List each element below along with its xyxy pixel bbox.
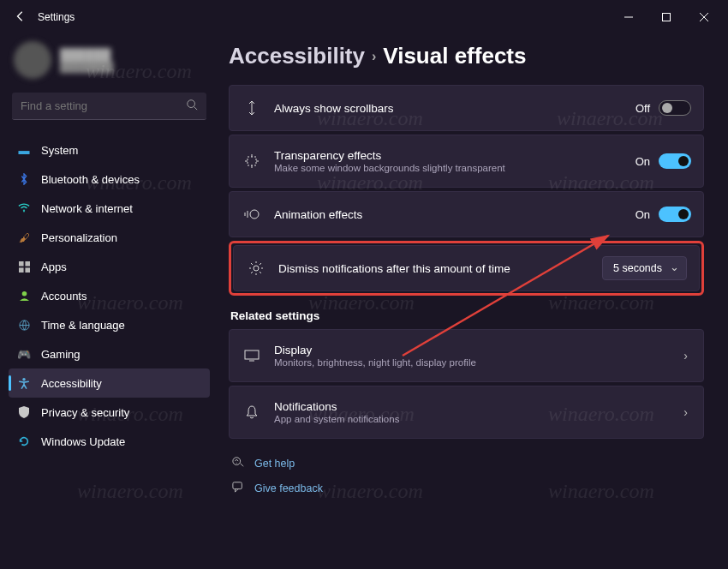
wifi-icon	[17, 201, 31, 215]
scrollbar-icon	[242, 100, 262, 116]
gamepad-icon: 🎮	[17, 347, 31, 361]
minimize-icon	[624, 13, 633, 21]
sidebar-item-accessibility[interactable]: Accessibility	[9, 368, 210, 398]
sidebar-item-label: Bluetooth & devices	[41, 173, 140, 186]
sidebar-item-label: Apps	[41, 261, 67, 273]
maximize-button[interactable]	[647, 4, 685, 30]
setting-label: Animation effects	[274, 208, 636, 221]
shield-icon	[17, 405, 31, 419]
user-block[interactable]: ██████ ████████	[9, 41, 210, 93]
dismiss-time-dropdown[interactable]: 5 seconds	[602, 256, 687, 280]
svg-point-7	[21, 290, 27, 296]
sidebar-item-privacy[interactable]: Privacy & security	[9, 398, 210, 427]
accessibility-icon	[17, 376, 31, 390]
get-help-link[interactable]: Get help	[229, 451, 704, 476]
globe-icon	[17, 318, 31, 332]
give-feedback-link[interactable]: Give feedback	[229, 476, 704, 500]
minimize-button[interactable]	[610, 4, 647, 30]
toggle-state-label: Off	[636, 102, 650, 115]
svg-point-2	[23, 211, 25, 213]
help-link-label: Get help	[254, 458, 295, 470]
setting-scrollbars: Always show scrollbars Off	[229, 85, 704, 131]
arrow-left-icon	[15, 10, 27, 22]
display-icon	[242, 350, 262, 362]
help-icon	[230, 456, 246, 470]
titlebar: Settings	[0, 0, 728, 34]
related-display[interactable]: Display Monitors, brightness, night ligh…	[229, 329, 704, 382]
toggle-state-label: On	[636, 208, 650, 221]
brightness-icon	[246, 261, 266, 276]
dropdown-value: 5 seconds	[613, 262, 662, 274]
sidebar-item-system[interactable]: ▬ System	[9, 135, 210, 165]
setting-sublabel: Make some window backgrounds slightly tr…	[274, 163, 636, 173]
svg-rect-15	[233, 482, 242, 489]
setting-transparency: Transparency effects Make some window ba…	[229, 135, 704, 188]
transparency-toggle[interactable]	[659, 153, 691, 169]
setting-dismiss-notifications: Dismiss notifications after this amount …	[233, 245, 700, 291]
back-button[interactable]	[5, 10, 36, 25]
svg-point-12	[254, 266, 259, 271]
close-button[interactable]	[685, 4, 723, 30]
sidebar-item-network[interactable]: Network & internet	[9, 194, 210, 223]
sidebar-item-update[interactable]: Windows Update	[9, 427, 210, 456]
sidebar-item-label: Network & internet	[41, 202, 133, 215]
bluetooth-icon	[17, 172, 31, 186]
sidebar: ██████ ████████ ▬ System Bluetooth & dev…	[0, 34, 218, 569]
svg-rect-4	[25, 261, 30, 267]
sidebar-item-label: Gaming	[41, 348, 81, 361]
animation-icon	[242, 208, 262, 220]
sidebar-item-personalization[interactable]: 🖌 Personalization	[9, 223, 210, 252]
sidebar-item-bluetooth[interactable]: Bluetooth & devices	[9, 165, 210, 194]
chevron-right-icon: ›	[680, 405, 691, 419]
close-icon	[700, 13, 708, 21]
svg-rect-6	[25, 267, 30, 273]
system-icon: ▬	[17, 143, 31, 157]
svg-point-14	[233, 458, 241, 465]
sidebar-item-apps[interactable]: Apps	[9, 252, 210, 281]
maximize-icon	[662, 13, 671, 21]
related-sublabel: Monitors, brightness, night light, displ…	[274, 357, 680, 368]
paint-icon: 🖌	[17, 231, 31, 244]
search-box[interactable]	[12, 93, 206, 120]
sidebar-item-accounts[interactable]: Accounts	[9, 281, 210, 310]
svg-point-1	[188, 100, 195, 108]
sidebar-item-label: Privacy & security	[41, 406, 129, 419]
related-label: Notifications	[274, 400, 680, 413]
breadcrumb-parent[interactable]: Accessibility	[229, 43, 365, 69]
chevron-right-icon: ›	[372, 49, 376, 64]
sidebar-item-gaming[interactable]: 🎮 Gaming	[9, 339, 210, 368]
main-content: Accessibility › Visual effects Always sh…	[218, 34, 728, 569]
sidebar-item-label: Accessibility	[41, 377, 102, 390]
window-title: Settings	[36, 11, 75, 23]
annotation-highlight: Dismiss notifications after this amount …	[229, 241, 704, 296]
svg-rect-3	[19, 261, 24, 267]
scrollbars-toggle[interactable]	[659, 100, 691, 116]
breadcrumb: Accessibility › Visual effects	[229, 38, 704, 85]
related-notifications[interactable]: Notifications App and system notificatio…	[229, 386, 704, 439]
apps-icon	[17, 260, 31, 273]
related-label: Display	[274, 344, 680, 356]
help-link-label: Give feedback	[254, 482, 323, 494]
related-heading: Related settings	[230, 309, 704, 322]
svg-point-9	[22, 378, 26, 381]
window-controls	[610, 4, 723, 30]
search-input[interactable]	[21, 99, 186, 112]
animation-toggle[interactable]	[659, 207, 691, 222]
sidebar-item-label: Accounts	[41, 290, 87, 302]
transparency-icon	[242, 154, 262, 168]
feedback-icon	[230, 481, 246, 495]
setting-label: Transparency effects	[274, 149, 636, 162]
sidebar-item-label: Personalization	[41, 231, 117, 244]
update-icon	[17, 434, 31, 448]
svg-rect-10	[248, 157, 256, 165]
avatar	[14, 41, 51, 79]
svg-rect-5	[19, 267, 24, 273]
svg-point-11	[250, 210, 259, 219]
page-title: Visual effects	[383, 43, 526, 69]
person-icon	[17, 289, 31, 302]
setting-label: Always show scrollbars	[274, 102, 636, 115]
search-icon	[186, 99, 198, 113]
user-text: ██████ ████████	[60, 48, 113, 72]
setting-label: Dismiss notifications after this amount …	[278, 262, 602, 275]
sidebar-item-time[interactable]: Time & language	[9, 310, 210, 339]
